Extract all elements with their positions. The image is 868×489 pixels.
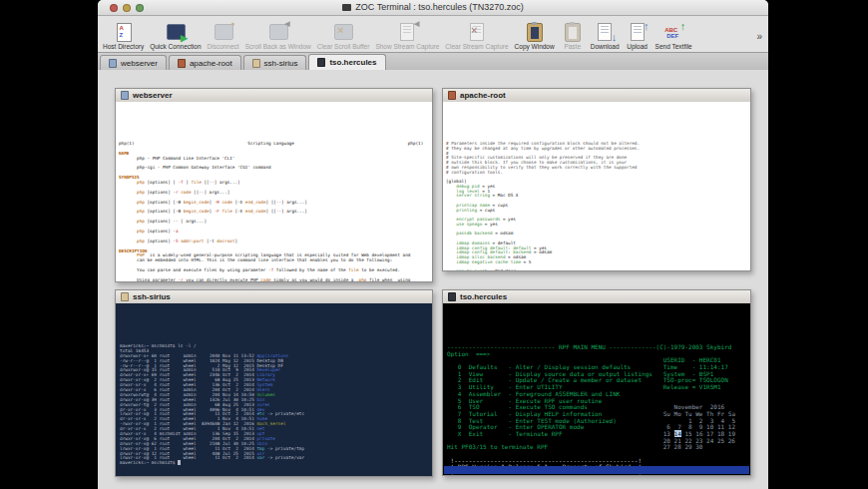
tab-webserver[interactable]: webserver <box>100 55 167 70</box>
toolbar-label-paste: Paste <box>561 43 585 50</box>
toolbar-button-disconnect: ●Disconnect <box>205 21 242 52</box>
window-title-text: ZOC Terminal : tso.hercules (TN3270.zoc) <box>355 2 523 12</box>
webserver-screen: php(1) Scripting Language php(1) NAME ph… <box>119 142 429 281</box>
pane-title-text: apache-root <box>460 91 506 100</box>
tab-apache-root[interactable]: apache-root <box>169 55 241 70</box>
toolbar-label-copy-window: Copy Window <box>515 43 555 50</box>
toolbar-button-scroll-back-as-window: ◀Scroll Back as Window <box>242 21 314 52</box>
tab-terminal-icon <box>178 59 186 68</box>
tab-label: ssh-sirius <box>264 59 298 68</box>
terminal-line: ------------------------------ RPF MAIN … <box>447 344 746 351</box>
toolbar-button-clear-scroll-buffer: ×Clear Scroll Buffer <box>314 21 373 52</box>
tab-tso-hercules[interactable]: tso.hercules <box>308 54 385 70</box>
toolbar-button-send-textfile[interactable]: ABCDEF↑Send Textfile <box>652 21 695 52</box>
toolbar-label-quick-connection: Quick Connection <box>150 43 201 50</box>
tab-label: webserver <box>121 59 158 68</box>
terminal-line: map to guest = Bad User <box>446 269 747 270</box>
quick-connection-icon: ▶ <box>164 22 188 42</box>
upload-icon: ↑ <box>626 22 650 42</box>
app-icon <box>342 4 351 11</box>
toolbar-button-host-directory[interactable]: AZHost Directory <box>100 21 147 52</box>
scrollback-window-icon: ◀ <box>266 22 290 42</box>
toolbar-label-upload: Upload <box>626 43 650 50</box>
send-textfile-icon: ABCDEF↑ <box>661 22 685 42</box>
terminal-line: You can parse and execute files by using… <box>119 268 429 273</box>
session-workarea: webserver php(1) Scripting Language php(… <box>98 70 768 489</box>
show-stream-capture-icon: ◀ <box>395 22 419 42</box>
zoc-terminal-window: ZOC Terminal : tso.hercules (TN3270.zoc)… <box>98 0 768 489</box>
terminal-window-icon <box>448 292 456 301</box>
toolbar-label-clear-scroll-buffer: Clear Scroll Buffer <box>317 43 370 50</box>
tso-terminal[interactable]: ------------------------------ RPF MAIN … <box>443 303 750 475</box>
download-icon: ↓ <box>593 22 617 42</box>
tn3270-status-indicator: X. <box>447 474 454 475</box>
clear-scroll-buffer-icon: × <box>331 22 355 42</box>
ssh-terminal[interactable]: mavericks:~ mschmidt$ ls -l /total 16453… <box>116 303 432 476</box>
toolbar-overflow-chevron-icon[interactable]: » <box>756 31 766 52</box>
paste-icon <box>561 22 585 42</box>
toolbar-button-upload[interactable]: ↑Upload <box>623 21 652 52</box>
toolbar-label-send-textfile: Send Textfile <box>655 43 692 50</box>
pane-title-text: ssh-sirius <box>133 292 171 301</box>
terminal-window-icon <box>121 91 129 100</box>
host-directory-icon: AZ <box>112 22 136 42</box>
tab-bar: webserverapache-rootssh-siriustso.hercul… <box>98 53 768 71</box>
toolbar-label-clear-stream-capture: Clear Stream Capture <box>445 43 508 50</box>
toolbar-button-clear-stream-capture: ×Clear Stream Capture <box>442 21 511 52</box>
terminal-line: Using parameter -r you can directly exec… <box>119 278 429 281</box>
tab-terminal-icon <box>109 59 117 68</box>
screen: ZOC Terminal : tso.hercules (TN3270.zoc)… <box>0 0 868 489</box>
pane-apache-titlebar[interactable]: apache-root <box>443 89 750 103</box>
ssh-screen: mavericks:~ mschmidt$ ls -l /total 16453… <box>120 344 428 466</box>
tab-ssh-sirius[interactable]: ssh-sirius <box>243 55 307 70</box>
pane-ssh-titlebar[interactable]: ssh-sirius <box>116 290 432 304</box>
terminal-line: can be embedded into HTML. This is the c… <box>119 258 429 263</box>
apache-terminal[interactable]: # Parameters inside the required configu… <box>443 102 750 270</box>
tab-terminal-icon <box>317 58 325 67</box>
toolbar-label-show-stream-capture: Show Stream Capture <box>375 43 439 50</box>
apache-screen: # Parameters inside the required configu… <box>446 142 747 270</box>
toolbar-button-copy-window[interactable]: Copy Window <box>512 21 558 52</box>
toolbar-button-paste: Paste <box>558 21 588 52</box>
copy-window-icon <box>523 22 547 42</box>
clear-stream-capture-icon: × <box>465 22 489 42</box>
terminal-window-icon <box>121 292 129 301</box>
disconnect-icon: ● <box>212 22 235 42</box>
toolbar-label-host-directory: Host Directory <box>103 43 144 50</box>
tso-screen: ------------------------------ RPF MAIN … <box>447 344 746 475</box>
toolbar-label-scroll-back-as-window: Scroll Back as Window <box>245 43 311 50</box>
toolbar-button-download[interactable]: ↓Download <box>588 21 623 52</box>
tab-terminal-icon <box>252 59 260 68</box>
pane-webserver: webserver php(1) Scripting Language php(… <box>115 88 433 282</box>
terminal-line: php(1) Scripting Language php(1) <box>119 142 429 147</box>
pane-title-text: webserver <box>133 91 173 100</box>
tab-label: apache-root <box>190 59 232 68</box>
pane-tso-titlebar[interactable]: tso.hercules <box>443 290 750 304</box>
window-title: ZOC Terminal : tso.hercules (TN3270.zoc) <box>98 2 768 12</box>
tab-label: tso.hercules <box>329 58 376 67</box>
toolbar-button-quick-connection[interactable]: ▶Quick Connection <box>147 21 204 52</box>
pane-apache-root: apache-root # Parameters inside the requ… <box>442 88 751 271</box>
pane-tso-hercules: tso.hercules ---------------------------… <box>442 289 751 476</box>
webserver-terminal[interactable]: php(1) Scripting Language php(1) NAME ph… <box>116 102 432 281</box>
terminal-window-icon <box>448 91 456 100</box>
toolbar-label-download: Download <box>591 43 620 50</box>
title-bar: ZOC Terminal : tso.hercules (TN3270.zoc) <box>98 0 768 16</box>
toolbar-button-show-stream-capture: ◀Show Stream Capture <box>372 21 442 52</box>
pane-title-text: tso.hercules <box>460 292 507 301</box>
toolbar-label-disconnect: Disconnect <box>208 43 239 50</box>
pane-ssh-sirius: ssh-sirius mavericks:~ mschmidt$ ls -l /… <box>115 289 433 477</box>
terminal-line: mavericks:~ mschmidt$ <box>120 461 428 466</box>
toolbar: AZHost Directory▶Quick Connection●Discon… <box>98 16 768 53</box>
tn3270-status-bar: X. 07/015 <box>444 466 749 474</box>
terminal-line: Hit PF03/15 to terminate RPF 27 28 29 30 <box>447 444 746 451</box>
pane-webserver-titlebar[interactable]: webserver <box>116 89 432 103</box>
